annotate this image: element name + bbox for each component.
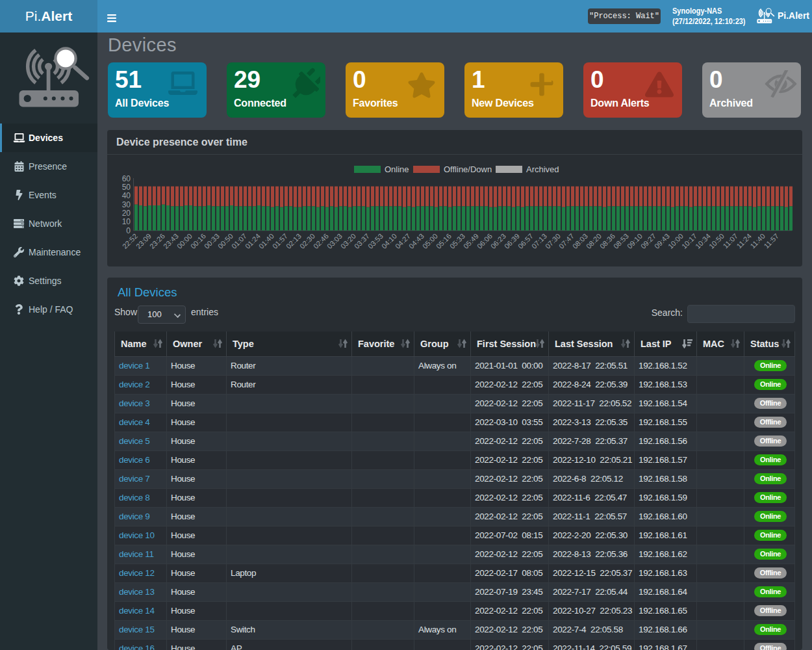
svg-text:03:20: 03:20 [339, 232, 357, 250]
svg-text:07:13: 07:13 [530, 232, 548, 250]
svg-text:08:03: 08:03 [571, 232, 589, 250]
svg-text:01:07: 01:07 [230, 232, 248, 250]
svg-text:02:13: 02:13 [285, 232, 303, 250]
svg-text:20: 20 [122, 209, 131, 218]
svg-text:02:30: 02:30 [298, 232, 316, 250]
svg-text:03:37: 03:37 [353, 232, 371, 250]
svg-text:00:00: 00:00 [175, 232, 194, 250]
svg-text:10:00: 10:00 [666, 232, 685, 250]
svg-text:30: 30 [122, 200, 131, 209]
svg-text:05:00: 05:00 [421, 232, 439, 250]
svg-text:09:43: 09:43 [653, 232, 671, 250]
svg-text:03:53: 03:53 [366, 232, 385, 250]
svg-text:10: 10 [122, 217, 131, 226]
svg-text:00:50: 00:50 [216, 232, 235, 250]
svg-text:00:33: 00:33 [203, 232, 221, 250]
svg-text:10:50: 10:50 [707, 232, 726, 250]
svg-text:11:57: 11:57 [763, 232, 780, 250]
svg-text:09:10: 09:10 [626, 232, 644, 250]
svg-text:01:40: 01:40 [257, 232, 275, 250]
svg-text:0: 0 [126, 226, 131, 235]
svg-text:Archived: Archived [526, 164, 559, 174]
svg-text:01:24: 01:24 [244, 232, 262, 250]
svg-text:08:36: 08:36 [598, 232, 616, 250]
svg-text:01:57: 01:57 [271, 232, 289, 250]
svg-text:04:43: 04:43 [407, 232, 425, 250]
svg-text:Offline/Down: Offline/Down [444, 164, 492, 174]
svg-text:07:30: 07:30 [544, 232, 562, 250]
svg-text:03:03: 03:03 [325, 232, 344, 250]
svg-text:10:17: 10:17 [680, 232, 698, 250]
svg-text:07:47: 07:47 [557, 232, 576, 250]
svg-text:11:07: 11:07 [722, 232, 739, 250]
svg-text:06:06: 06:06 [476, 232, 494, 250]
svg-text:00:16: 00:16 [189, 232, 207, 250]
svg-text:06:39: 06:39 [503, 232, 521, 250]
svg-text:22:52: 22:52 [121, 232, 139, 250]
svg-text:Online: Online [385, 164, 409, 174]
svg-text:23:43: 23:43 [162, 232, 180, 250]
svg-text:10:34: 10:34 [694, 232, 712, 250]
svg-text:60: 60 [122, 174, 131, 183]
svg-text:04:27: 04:27 [394, 232, 412, 250]
svg-text:11:40: 11:40 [749, 232, 767, 250]
svg-text:09:27: 09:27 [639, 232, 657, 250]
svg-text:40: 40 [122, 191, 131, 200]
svg-text:11:24: 11:24 [735, 232, 753, 250]
svg-text:04:10: 04:10 [380, 232, 398, 250]
svg-text:06:57: 06:57 [516, 232, 535, 250]
svg-text:08:53: 08:53 [612, 232, 630, 250]
svg-text:06:23: 06:23 [489, 232, 507, 250]
svg-text:05:33: 05:33 [448, 232, 466, 250]
svg-text:02:46: 02:46 [312, 232, 330, 250]
svg-text:05:16: 05:16 [435, 232, 453, 250]
svg-text:08:20: 08:20 [585, 232, 603, 250]
svg-text:50: 50 [122, 183, 131, 192]
svg-text:23:26: 23:26 [148, 232, 166, 250]
svg-text:23:09: 23:09 [134, 232, 153, 250]
svg-text:05:49: 05:49 [462, 232, 480, 250]
